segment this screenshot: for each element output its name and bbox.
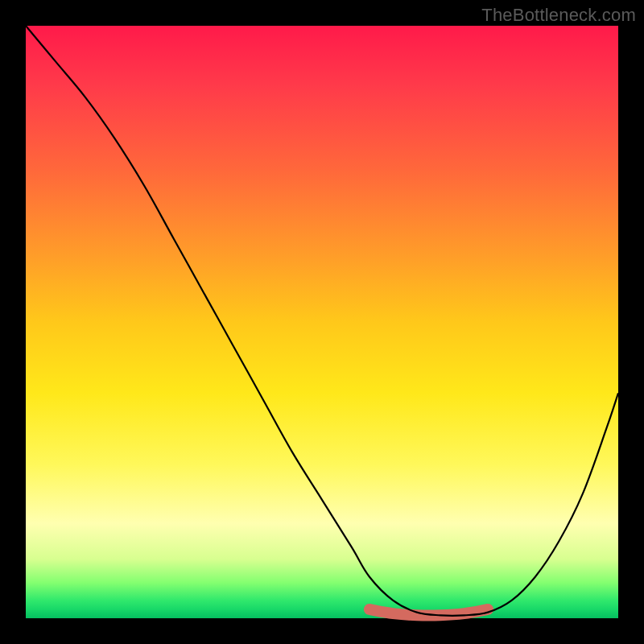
plot-area <box>26 26 618 618</box>
watermark-text: TheBottleneck.com <box>481 5 636 26</box>
bottleneck-curve-line <box>26 26 618 616</box>
chart-svg <box>26 26 618 618</box>
chart-container: TheBottleneck.com <box>0 0 644 644</box>
